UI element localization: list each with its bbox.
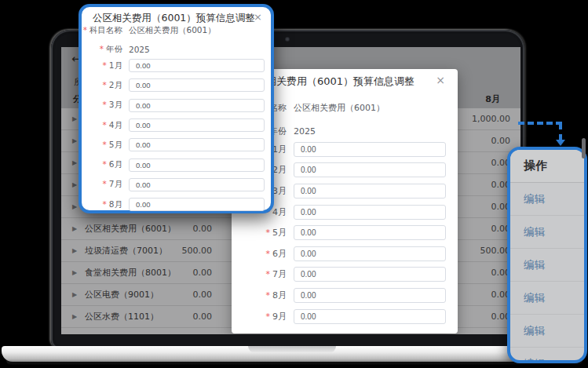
- month-label: *5月: [232, 227, 287, 239]
- month-label: *8月: [232, 290, 287, 301]
- month-row: *2月: [82, 75, 271, 95]
- month-label: *3月: [82, 100, 122, 111]
- ops-row: 编辑: [510, 216, 584, 249]
- month-input[interactable]: [129, 118, 265, 132]
- close-icon[interactable]: ×: [254, 12, 262, 23]
- ops-rows: 编辑 编辑 编辑 编辑 编辑 编辑: [510, 183, 584, 363]
- month-input[interactable]: [294, 184, 446, 199]
- dialog-title: 公区相关费用（6001）预算信息调整: [93, 12, 255, 25]
- year-value: 2025: [129, 45, 150, 54]
- webcam-icon: [285, 37, 290, 42]
- month-label: *6月: [232, 248, 287, 260]
- ops-row: 编辑: [510, 282, 584, 315]
- month-input[interactable]: [294, 246, 446, 261]
- edit-link[interactable]: 编辑: [524, 324, 545, 338]
- month-row: *6月: [232, 243, 458, 264]
- month-row: *8月: [82, 195, 271, 214]
- year-label: *年份: [82, 44, 122, 55]
- month-row: *5月: [232, 222, 458, 243]
- ops-row: 编辑: [510, 249, 584, 282]
- month-label: *5月: [82, 140, 122, 151]
- month-input[interactable]: [129, 138, 265, 151]
- month-row: *1月: [82, 56, 271, 75]
- edit-link[interactable]: 编辑: [524, 258, 545, 272]
- month-input[interactable]: [129, 178, 265, 191]
- year-value: 2025: [294, 126, 316, 137]
- month-fields: *1月 *2月 *3月 *4月 *5月: [82, 56, 271, 214]
- month-label: *2月: [82, 80, 122, 91]
- month-input[interactable]: [294, 142, 446, 157]
- month-row: *7月: [82, 175, 271, 195]
- edit-link[interactable]: 编辑: [524, 357, 545, 364]
- month-input[interactable]: [294, 288, 446, 303]
- month-input[interactable]: [294, 225, 446, 240]
- month-row: *8月: [232, 285, 458, 306]
- ops-row: 编辑: [510, 183, 584, 216]
- month-label: *1月: [82, 60, 122, 71]
- ops-row: 编辑: [510, 315, 584, 348]
- month-input[interactable]: [129, 158, 265, 172]
- month-label: *7月: [232, 268, 287, 280]
- month-row: *9月: [232, 306, 458, 327]
- subject-label: *科目名称: [82, 25, 122, 36]
- month-label: *9月: [232, 311, 287, 322]
- callout-arrowhead-icon: [556, 140, 565, 146]
- month-row: *5月: [82, 135, 271, 155]
- subject-value: 公区相关费用（6001）: [294, 102, 385, 114]
- ops-row: 编辑: [510, 348, 584, 363]
- month-row: *3月: [82, 96, 271, 115]
- month-row: *7月: [232, 264, 458, 286]
- scrollbar-thumb[interactable]: [582, 138, 586, 158]
- ops-column-callout: 操作 编辑 编辑 编辑 编辑 编辑 编辑: [507, 147, 587, 363]
- month-row: *4月: [82, 115, 271, 135]
- month-input[interactable]: [129, 78, 265, 92]
- edit-link[interactable]: 编辑: [524, 192, 545, 206]
- month-input[interactable]: [129, 59, 265, 72]
- month-row: *6月: [82, 155, 271, 174]
- month-input[interactable]: [129, 99, 265, 112]
- subject-value: 公区相关费用（6001）: [129, 25, 216, 36]
- ops-header: 操作: [510, 150, 584, 183]
- month-input[interactable]: [294, 162, 446, 177]
- month-label: *7月: [82, 179, 122, 190]
- month-input[interactable]: [294, 267, 446, 282]
- month-input[interactable]: [294, 205, 446, 220]
- month-input[interactable]: [294, 309, 446, 324]
- month-input[interactable]: [129, 198, 265, 211]
- edit-link[interactable]: 编辑: [524, 291, 545, 305]
- budget-edit-dialog-callout: 公区相关费用（6001）预算信息调整 × *科目名称 公区相关费用（6001） …: [79, 4, 274, 213]
- month-label: *6月: [82, 159, 122, 170]
- month-label: *8月: [82, 199, 122, 210]
- edit-link[interactable]: 编辑: [524, 225, 545, 239]
- close-icon[interactable]: ×: [436, 75, 445, 86]
- callout-arrow-vertical: [559, 123, 562, 140]
- month-label: *4月: [82, 120, 122, 131]
- laptop-lid-notch: [248, 346, 336, 353]
- callout-arrow-horizontal: [518, 122, 562, 125]
